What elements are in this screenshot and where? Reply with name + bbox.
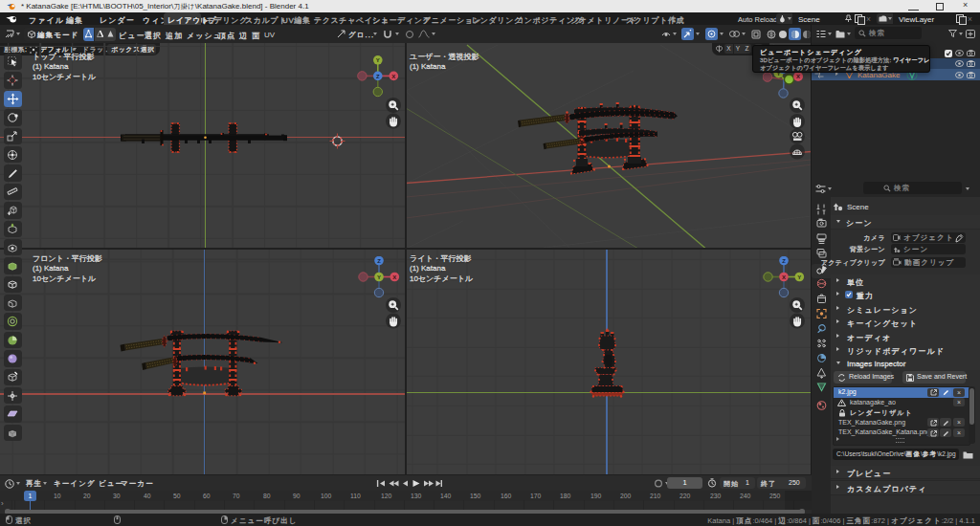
svg-text:Y: Y bbox=[376, 274, 380, 280]
svg-text:Z: Z bbox=[377, 258, 381, 264]
svg-text:X: X bbox=[796, 74, 800, 79]
svg-text:Y: Y bbox=[376, 57, 380, 63]
svg-text:Y: Y bbox=[797, 274, 801, 280]
svg-text:Z: Z bbox=[376, 74, 380, 79]
svg-text:X: X bbox=[391, 74, 395, 79]
svg-text:X: X bbox=[392, 274, 396, 280]
svg-text:X: X bbox=[781, 274, 785, 280]
svg-text:Z: Z bbox=[782, 258, 786, 264]
